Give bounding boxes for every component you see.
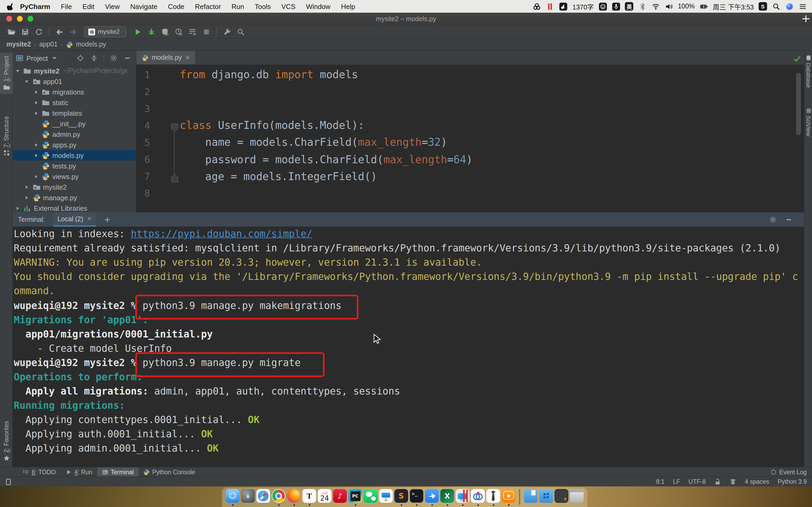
dock-item-parallels[interactable] <box>456 489 469 503</box>
unlock-icon[interactable] <box>714 478 721 485</box>
inspection-ok-icon[interactable] <box>794 55 801 62</box>
new-terminal-button[interactable] <box>103 216 111 223</box>
menu-item-window[interactable]: Window <box>301 2 336 10</box>
terminal-settings-icon[interactable] <box>769 216 776 223</box>
project-panel-title[interactable]: Project <box>27 54 48 62</box>
siri-icon[interactable] <box>785 2 794 11</box>
tool-strip-1-project[interactable]: 1: Project <box>0 53 13 94</box>
stop-button[interactable] <box>200 26 213 37</box>
dock-item-pycharm[interactable] <box>348 489 362 503</box>
tree-row-app01[interactable]: app01 <box>13 76 136 87</box>
tree-arrow-open-icon[interactable] <box>23 78 31 85</box>
minimize-window-button[interactable] <box>17 16 23 22</box>
dock-item-safari[interactable] <box>256 489 270 503</box>
status-widget-utf-8[interactable]: UTF-8 <box>689 478 706 485</box>
tree-arrow-closed-icon[interactable] <box>32 109 40 117</box>
dock-item-excel[interactable]: X <box>440 489 454 503</box>
tree-arrow-closed-icon[interactable] <box>32 99 40 106</box>
wifi-icon[interactable] <box>651 2 660 11</box>
dock-item-filedark[interactable]: s <box>554 489 568 503</box>
open-button[interactable] <box>5 26 17 37</box>
menu-item-code[interactable]: Code <box>162 2 190 10</box>
sync-button[interactable] <box>32 26 45 37</box>
status-badge-s[interactable]: S <box>759 2 767 11</box>
nutstore-icon[interactable] <box>533 2 541 11</box>
status-widget-8-1[interactable]: 8:1 <box>656 478 664 485</box>
control-center-icon[interactable] <box>798 2 807 11</box>
menu-item-edit[interactable]: Edit <box>77 2 100 10</box>
tree-row-init-py[interactable]: __init__.py <box>13 118 136 129</box>
tree-arrow-closed-icon[interactable] <box>14 205 21 212</box>
status-text-3-53[interactable]: 周三 下午3:53 <box>713 1 754 11</box>
debug-button[interactable] <box>145 26 158 37</box>
dock-item-calendar[interactable]: 11月24 <box>318 489 332 503</box>
dock-item-wechat[interactable] <box>364 489 377 503</box>
dock-item-termapp[interactable]: >_ <box>410 489 423 503</box>
toolwindow-button-6-todo[interactable]: 6: TODO <box>18 467 60 476</box>
chevron-down-icon[interactable] <box>51 54 58 62</box>
search-icon[interactable] <box>772 2 780 11</box>
menu-item-pycharm[interactable]: PyCharm <box>15 2 55 10</box>
collapse-all-button[interactable] <box>89 53 99 63</box>
dock-item-keynote[interactable] <box>379 489 393 503</box>
hector-icon[interactable] <box>729 478 737 485</box>
dock-item-finder[interactable]: ☺ <box>226 489 240 503</box>
status-widget-4-spaces[interactable]: 4 spaces <box>745 478 769 485</box>
forward-button[interactable] <box>67 26 79 37</box>
save-button[interactable] <box>18 26 31 37</box>
dock-item-launchpad[interactable] <box>241 489 255 503</box>
toolwindow-toggle-icon[interactable] <box>5 478 12 485</box>
tree-row-manage-py[interactable]: manage.py <box>13 192 136 203</box>
dock-item-dingtalk[interactable] <box>425 489 439 503</box>
tree-arrow-open-icon[interactable] <box>14 67 21 74</box>
dock-item-music[interactable]: ♪ <box>333 489 347 503</box>
bird-black-icon[interactable] <box>559 2 568 11</box>
dock-item-chrome[interactable] <box>272 489 286 503</box>
dock-item-folderwin[interactable] <box>539 489 553 503</box>
menu-item-run[interactable]: Run <box>226 2 250 10</box>
tool-strip-database[interactable]: Database <box>805 55 812 88</box>
locate-file-button[interactable] <box>75 53 86 63</box>
toolwindow-button-python-console[interactable]: Python Console <box>139 467 200 476</box>
terminal-output[interactable]: Looking in indexes: https://pypi.douban.… <box>13 227 804 467</box>
status-badge-[interactable]: 英 <box>625 2 633 11</box>
tree-row-templates[interactable]: templates <box>13 108 136 118</box>
dock-item-sublime[interactable]: S <box>394 489 408 503</box>
editor-scrollbar[interactable] <box>796 73 801 135</box>
zoom-window-button[interactable] <box>28 16 33 22</box>
tool-strip-7-structure[interactable]: 7: Structure <box>0 113 13 160</box>
editor-tab-models-py[interactable]: models.py ✕ <box>136 51 195 64</box>
tree-arrow-closed-icon[interactable] <box>23 194 31 201</box>
toolwindow-button-4-run[interactable]: 4: Run <box>60 467 97 476</box>
battery-icon[interactable] <box>699 2 708 11</box>
tree-row-admin-py[interactable]: admin.py <box>13 129 136 139</box>
tree-row-views-py[interactable]: views.py <box>13 171 136 182</box>
search-button[interactable] <box>235 26 247 37</box>
code-area[interactable]: 1from django.db import models234class Us… <box>136 65 804 202</box>
tree-arrow-closed-icon[interactable] <box>23 183 31 191</box>
dock-item-videoapp[interactable] <box>502 489 515 503</box>
menu-item-refactor[interactable]: Refactor <box>190 2 226 10</box>
tree-arrow-closed-icon[interactable] <box>32 141 40 149</box>
hide-terminal-icon[interactable] <box>785 216 793 223</box>
toolwindow-button-terminal[interactable]: Terminal <box>97 467 139 476</box>
run-button[interactable] <box>132 26 144 37</box>
terminal-tab-local[interactable]: Local (2) ✕ <box>53 212 96 227</box>
profiler-button[interactable] <box>172 26 185 37</box>
breadcrumb-item-app01[interactable]: app01 <box>39 41 58 48</box>
dock-item-trash[interactable] <box>570 489 583 503</box>
apple-icon[interactable] <box>6 2 15 11</box>
menu-item-help[interactable]: Help <box>336 2 361 10</box>
tree-row-external-libraries[interactable]: External Libraries <box>13 203 136 212</box>
back-button[interactable] <box>53 26 65 37</box>
tree-arrow-closed-icon[interactable] <box>32 173 40 180</box>
tool-strip-sciview[interactable]: SciView <box>805 108 812 136</box>
tree-row-apps-py[interactable]: apps.py <box>13 139 136 150</box>
rerun-button[interactable] <box>186 26 199 37</box>
status-text-1370[interactable]: 1370字 <box>572 1 594 11</box>
menu-item-file[interactable]: File <box>55 2 77 10</box>
tree-row-static[interactable]: static <box>13 97 136 108</box>
volume-icon[interactable] <box>664 2 673 11</box>
bluetooth-icon[interactable] <box>638 2 647 11</box>
status-text-100[interactable]: 100% <box>678 3 695 10</box>
